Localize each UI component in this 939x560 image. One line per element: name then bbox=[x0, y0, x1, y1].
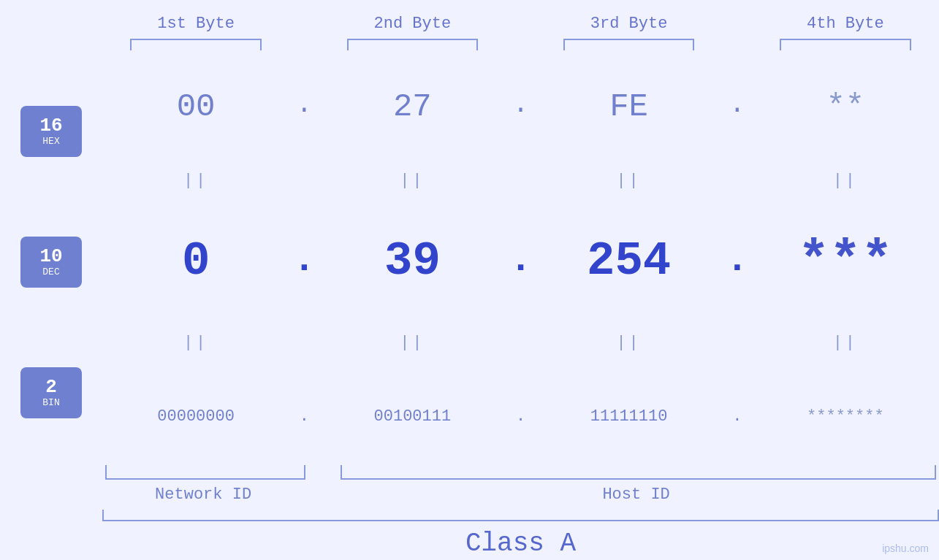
dec-b4-value: *** bbox=[798, 231, 893, 291]
hex-b1-value: 00 bbox=[177, 88, 216, 125]
eq2-b2: || bbox=[319, 334, 506, 352]
dec-badge-num: 10 bbox=[39, 246, 62, 267]
dec-b4-cell: *** bbox=[752, 231, 939, 291]
hex-b2-value: 27 bbox=[393, 88, 432, 125]
bin-b4-cell: ******** bbox=[752, 407, 939, 426]
dec-b3-cell: 254 bbox=[536, 235, 723, 288]
byte1-col: 1st Byte bbox=[102, 15, 289, 50]
dec-b3-value: 254 bbox=[587, 235, 671, 288]
equals-row-1: || || || || bbox=[102, 166, 939, 194]
eq1-b2: || bbox=[319, 172, 506, 190]
main-grid: 16 HEX 10 DEC 2 BIN 00 . 27 bbox=[0, 58, 939, 465]
bin-badge-name: BIN bbox=[42, 397, 59, 408]
bin-badge-num: 2 bbox=[45, 377, 57, 398]
hex-b1-cell: 00 bbox=[102, 88, 289, 125]
network-id-bracket bbox=[105, 465, 305, 480]
dec-dot1: . bbox=[289, 239, 319, 285]
bin-dot3: . bbox=[723, 407, 752, 426]
eq2-b4: || bbox=[752, 334, 939, 352]
bottom-bracket-row bbox=[102, 465, 939, 480]
byte4-col: 4th Byte bbox=[752, 15, 939, 50]
bottom-section: Network ID Host ID Class A bbox=[102, 465, 939, 560]
dec-badge: 10 DEC bbox=[20, 237, 82, 288]
bin-b2-cell: 00100111 bbox=[319, 407, 506, 426]
dec-badge-name: DEC bbox=[42, 266, 59, 277]
hex-row: 00 . 27 . FE . ** bbox=[102, 77, 939, 136]
hex-dot3: . bbox=[723, 90, 752, 124]
byte3-bracket-top bbox=[563, 39, 694, 50]
byte1-label: 1st Byte bbox=[102, 15, 289, 33]
byte3-label: 3rd Byte bbox=[536, 15, 723, 33]
dec-b2-cell: 39 bbox=[319, 235, 506, 288]
hex-badge-name: HEX bbox=[42, 136, 59, 147]
badges-column: 16 HEX 10 DEC 2 BIN bbox=[0, 58, 102, 465]
hex-badge: 16 HEX bbox=[20, 106, 82, 157]
watermark: ipshu.com bbox=[882, 542, 929, 554]
eq2-b3: || bbox=[536, 334, 723, 352]
equals-row-2: || || || || bbox=[102, 329, 939, 357]
class-label: Class A bbox=[102, 521, 939, 559]
main-container: 1st Byte 2nd Byte 3rd Byte 4th Byte 16 H… bbox=[0, 0, 939, 560]
byte2-label: 2nd Byte bbox=[319, 15, 506, 33]
byte2-col: 2nd Byte bbox=[319, 15, 506, 50]
data-area: 00 . 27 . FE . ** || || bbox=[102, 58, 939, 465]
bin-row: 00000000 . 00100111 . 11111110 . *******… bbox=[102, 388, 939, 446]
byte3-col: 3rd Byte bbox=[536, 15, 723, 50]
bin-dot1: . bbox=[289, 407, 319, 426]
bin-b4-value: ******** bbox=[807, 407, 884, 426]
bin-b2-value: 00100111 bbox=[374, 407, 452, 426]
dec-b1-cell: 0 bbox=[102, 235, 289, 288]
hex-dot1: . bbox=[289, 90, 319, 124]
bracket-dot-spacer bbox=[308, 465, 338, 480]
hex-b2-cell: 27 bbox=[319, 88, 506, 125]
bin-b1-cell: 00000000 bbox=[102, 407, 289, 426]
eq1-b3: || bbox=[536, 172, 723, 190]
dec-b2-value: 39 bbox=[384, 235, 441, 288]
dec-row: 0 . 39 . 254 . *** bbox=[102, 225, 939, 298]
hex-b3-cell: FE bbox=[536, 88, 723, 125]
hex-dot2: . bbox=[506, 90, 536, 124]
eq1-b4: || bbox=[752, 172, 939, 190]
id-labels-row: Network ID Host ID bbox=[102, 486, 939, 504]
hex-b4-cell: ** bbox=[752, 88, 939, 125]
bin-badge: 2 BIN bbox=[20, 367, 82, 418]
dec-dot2: . bbox=[506, 239, 536, 285]
bin-b3-value: 11111110 bbox=[590, 407, 668, 426]
hex-b3-value: FE bbox=[609, 88, 648, 125]
hex-b4-value: ** bbox=[826, 88, 864, 125]
bin-b1-value: 00000000 bbox=[157, 407, 235, 426]
dec-b1-value: 0 bbox=[182, 235, 210, 288]
hex-badge-num: 16 bbox=[39, 115, 62, 137]
byte2-bracket-top bbox=[347, 39, 478, 50]
eq2-b1: || bbox=[102, 334, 289, 352]
byte1-bracket-top bbox=[130, 39, 261, 50]
byte4-label: 4th Byte bbox=[752, 15, 939, 33]
bin-b3-cell: 11111110 bbox=[536, 407, 723, 426]
eq1-b1: || bbox=[102, 172, 289, 190]
byte4-bracket-top bbox=[780, 39, 911, 50]
dec-dot3: . bbox=[723, 239, 752, 285]
host-id-label: Host ID bbox=[333, 486, 939, 504]
network-id-label: Network ID bbox=[102, 486, 304, 504]
bin-dot2: . bbox=[506, 407, 536, 426]
header-row: 1st Byte 2nd Byte 3rd Byte 4th Byte bbox=[102, 0, 939, 58]
host-id-bracket bbox=[341, 465, 936, 480]
full-bracket bbox=[102, 510, 939, 521]
